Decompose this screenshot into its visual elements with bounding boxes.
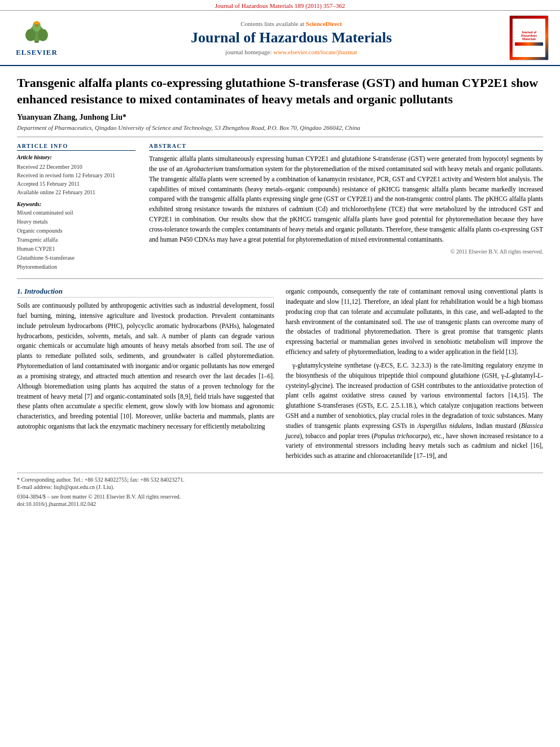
authors-text: Yuanyuan Zhang, Junhong Liu* bbox=[17, 113, 126, 121]
article-info-heading: ARTICLE INFO bbox=[17, 143, 135, 151]
received-date: Received 22 December 2010 bbox=[17, 163, 135, 171]
journal-title-area: Contents lists available at ScienceDirec… bbox=[73, 20, 509, 55]
keyword-6: Glutathione S-transferase bbox=[17, 254, 135, 263]
doi-footnote: doi:10.1016/j.jhazmat.2011.02.042 bbox=[17, 501, 543, 507]
sciencedirect-link[interactable]: ScienceDirect bbox=[306, 20, 342, 27]
authors-line: Yuanyuan Zhang, Junhong Liu* bbox=[17, 113, 543, 122]
corresponding-footnote: * Corresponding author. Tel.: +86 532 84… bbox=[17, 477, 543, 483]
body-content-area: 1. Introduction Soils are continuously p… bbox=[17, 287, 543, 465]
keywords-list: Mixed contaminated soil Heavy metals Org… bbox=[17, 208, 135, 272]
issn-footnote: 0304-3894/$ – see front matter © 2011 El… bbox=[17, 493, 543, 500]
keyword-2: Heavy metals bbox=[17, 217, 135, 226]
article-info-column: ARTICLE INFO Article history: Received 2… bbox=[17, 143, 135, 272]
email-footnote: E-mail address: liujh@qust.edu.cn (J. Li… bbox=[17, 484, 543, 490]
footnote-area: * Corresponding author. Tel.: +86 532 84… bbox=[17, 473, 543, 507]
copyright-text: © 2011 Elsevier B.V. All rights reserved… bbox=[149, 248, 543, 255]
body-right-text: organic compounds, consequently the rate… bbox=[286, 287, 543, 461]
elsevier-logo-area: ELSEVIER bbox=[11, 19, 62, 57]
main-content-area: Transgenic alfalfa plants co-expressing … bbox=[0, 66, 560, 517]
available-date: Available online 22 February 2011 bbox=[17, 188, 135, 196]
abstract-column: ABSTRACT Transgenic alfalfa plants simul… bbox=[149, 143, 543, 272]
section-divider bbox=[17, 278, 543, 279]
history-label: Article history: bbox=[17, 154, 135, 160]
received-revised-date: Received in revised form 12 February 201… bbox=[17, 171, 135, 180]
elsevier-logo-svg bbox=[14, 19, 59, 47]
header-divider bbox=[17, 137, 543, 137]
journal-main-title: Journal of Hazardous Materials bbox=[73, 29, 509, 46]
svg-point-2 bbox=[25, 29, 36, 41]
journal-homepage-line: journal homepage: www.elsevier.com/locat… bbox=[73, 49, 509, 55]
thumb-title3: Materials bbox=[522, 37, 536, 41]
thumb-inner-block: Journal of Hazardous Materials bbox=[513, 19, 545, 57]
keywords-label: Keywords: bbox=[17, 201, 135, 207]
abstract-heading: ABSTRACT bbox=[149, 143, 543, 151]
intro-paragraph-1: Soils are continuously polluted by anthr… bbox=[17, 301, 274, 432]
abstract-body: Transgenic alfalfa plants simultaneously… bbox=[149, 155, 543, 243]
body-left-column: 1. Introduction Soils are continuously p… bbox=[17, 287, 274, 465]
affiliation-line: Department of Pharmaceutics, Qingdao Uni… bbox=[17, 124, 543, 131]
intro-paragraph-2: organic compounds, consequently the rate… bbox=[286, 287, 543, 357]
keyword-3: Organic compounds bbox=[17, 226, 135, 235]
svg-point-3 bbox=[38, 29, 48, 41]
keyword-5: Human CYP2E1 bbox=[17, 244, 135, 254]
article-title: Transgenic alfalfa plants co-expressing … bbox=[17, 75, 543, 107]
contents-available-line: Contents lists available at ScienceDirec… bbox=[73, 20, 509, 27]
homepage-url[interactable]: www.elsevier.com/locate/jhazmat bbox=[273, 49, 357, 55]
journal-header: ELSEVIER Contents lists available at Sci… bbox=[0, 11, 560, 66]
svg-point-6 bbox=[34, 21, 39, 24]
body-left-text: Soils are continuously polluted by anthr… bbox=[17, 301, 274, 432]
keyword-7: Phytoremediation bbox=[17, 263, 135, 272]
elsevier-brand-text: ELSEVIER bbox=[16, 48, 58, 57]
info-abstract-section: ARTICLE INFO Article history: Received 2… bbox=[17, 143, 543, 272]
journal-thumbnail: Journal of Hazardous Materials bbox=[509, 15, 549, 60]
body-right-column: organic compounds, consequently the rate… bbox=[286, 287, 543, 465]
abstract-text: Transgenic alfalfa plants simultaneously… bbox=[149, 154, 543, 244]
intro-paragraph-3: γ-glutamylcysteine synthetase (γ-ECS, E.… bbox=[286, 361, 543, 461]
keyword-1: Mixed contaminated soil bbox=[17, 208, 135, 217]
keyword-4: Transgenic alfalfa bbox=[17, 235, 135, 244]
accepted-date: Accepted 15 February 2011 bbox=[17, 180, 135, 188]
intro-section-title: 1. Introduction bbox=[17, 287, 274, 298]
citation-bar: Journal of Hazardous Materials 189 (2011… bbox=[0, 0, 560, 11]
citation-text: Journal of Hazardous Materials 189 (2011… bbox=[215, 2, 345, 9]
